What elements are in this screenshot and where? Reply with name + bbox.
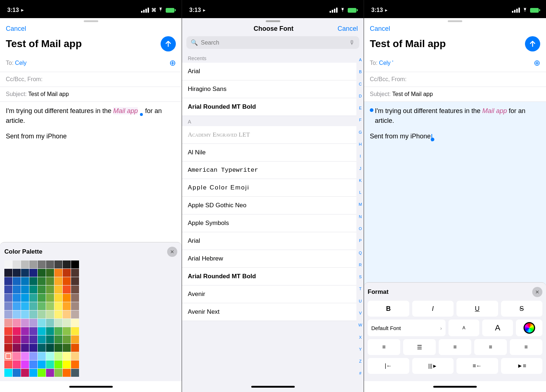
alpha-index-b[interactable]: B xyxy=(359,70,362,74)
font-item-apple-emoji[interactable]: Apple Color Emoji xyxy=(182,179,356,197)
alpha-index-h[interactable]: H xyxy=(359,142,362,147)
format-close-button[interactable]: ✕ xyxy=(532,287,542,297)
font-size-large-button[interactable]: A xyxy=(482,320,513,336)
color-cell-5-8[interactable] xyxy=(71,302,79,310)
color-cell-4-3[interactable] xyxy=(29,294,37,302)
alpha-index-f[interactable]: F xyxy=(359,118,362,122)
color-cell-0-2[interactable] xyxy=(21,260,29,268)
add-recipient-button-left[interactable]: ⊕ xyxy=(169,58,176,68)
color-cell-11-1[interactable] xyxy=(13,352,21,360)
color-cell-4-6[interactable] xyxy=(54,294,62,302)
bold-button[interactable]: B xyxy=(368,301,409,317)
font-item-arial[interactable]: Arial xyxy=(182,232,356,250)
color-cell-11-7[interactable] xyxy=(63,352,71,360)
color-cell-5-5[interactable] xyxy=(46,302,54,310)
align-center-button[interactable]: ≡ xyxy=(474,339,507,355)
color-cell-7-2[interactable] xyxy=(21,319,29,327)
color-cell-9-1[interactable] xyxy=(13,335,21,343)
color-cell-2-3[interactable] xyxy=(29,277,37,285)
color-cell-8-7[interactable] xyxy=(63,327,71,335)
color-cell-9-5[interactable] xyxy=(46,335,54,343)
font-item-academy[interactable]: Academy Engraved LET xyxy=(182,126,356,144)
color-cell-1-0[interactable] xyxy=(4,269,12,277)
color-cell-8-6[interactable] xyxy=(54,327,62,335)
color-cell-10-2[interactable] xyxy=(21,344,29,352)
strikethrough-button[interactable]: S xyxy=(501,301,543,317)
alpha-index-y[interactable]: Y xyxy=(359,347,362,352)
color-cell-0-3[interactable] xyxy=(29,260,37,268)
color-cell-12-2[interactable] xyxy=(21,360,29,368)
alpha-index-a[interactable]: A xyxy=(359,58,362,62)
color-cell-4-0[interactable] xyxy=(4,294,12,302)
color-cell-1-7[interactable] xyxy=(63,269,71,277)
color-cell-0-6[interactable] xyxy=(54,260,62,268)
color-cell-6-1[interactable] xyxy=(13,310,21,318)
color-cell-8-8[interactable] xyxy=(71,327,79,335)
color-cell-0-1[interactable] xyxy=(13,260,21,268)
font-item-arial-rounded[interactable]: Arial Rounded MT Bold xyxy=(182,268,356,285)
color-cell-13-3[interactable] xyxy=(29,369,37,377)
color-cell-10-6[interactable] xyxy=(54,344,62,352)
subject-value-left[interactable]: Test of Mail app xyxy=(28,91,69,97)
color-cell-6-3[interactable] xyxy=(29,310,37,318)
color-cell-9-8[interactable] xyxy=(71,335,79,343)
color-picker-button[interactable] xyxy=(516,320,542,336)
add-recipient-button-right[interactable]: ⊕ xyxy=(534,58,540,68)
color-cell-6-4[interactable] xyxy=(38,310,46,318)
color-cell-5-2[interactable] xyxy=(21,302,29,310)
color-cell-6-2[interactable] xyxy=(21,310,29,318)
subject-value-right[interactable]: Test of Mail app xyxy=(392,91,433,97)
color-cell-1-1[interactable] xyxy=(13,269,21,277)
color-cell-13-7[interactable] xyxy=(63,369,71,377)
color-cell-11-0[interactable] xyxy=(4,352,12,360)
alpha-index-k[interactable]: K xyxy=(359,178,362,183)
alpha-index-v[interactable]: V xyxy=(359,311,362,316)
default-font-button[interactable]: Default Font › xyxy=(368,320,446,336)
alpha-index-r[interactable]: R xyxy=(359,263,362,267)
send-button-right[interactable] xyxy=(525,36,540,51)
font-item-apple-symbols[interactable]: Apple Symbols xyxy=(182,214,356,232)
color-cell-9-2[interactable] xyxy=(21,335,29,343)
alpha-index-i[interactable]: I xyxy=(359,154,362,159)
color-cell-11-3[interactable] xyxy=(29,352,37,360)
indent-right-button[interactable]: ≡← xyxy=(456,358,498,374)
color-cell-7-8[interactable] xyxy=(71,319,79,327)
color-cell-12-5[interactable] xyxy=(46,360,54,368)
color-cell-3-0[interactable] xyxy=(4,285,12,293)
color-cell-4-2[interactable] xyxy=(21,294,29,302)
color-cell-7-3[interactable] xyxy=(29,319,37,327)
alpha-index-m[interactable]: M xyxy=(359,202,362,207)
color-cell-8-5[interactable] xyxy=(46,327,54,335)
color-cell-2-8[interactable] xyxy=(71,277,79,285)
send-button-left[interactable] xyxy=(161,36,176,51)
alpha-index-l[interactable]: L xyxy=(359,190,362,195)
color-cell-11-8[interactable] xyxy=(71,352,79,360)
alpha-index-p[interactable]: P xyxy=(359,238,362,243)
color-cell-13-0[interactable] xyxy=(4,369,12,377)
alpha-index-s[interactable]: S xyxy=(359,275,362,279)
color-cell-5-1[interactable] xyxy=(13,302,21,310)
italic-button[interactable]: I xyxy=(412,301,454,317)
alpha-index-e[interactable]: E xyxy=(359,106,362,110)
color-cell-9-3[interactable] xyxy=(29,335,37,343)
color-cell-1-5[interactable] xyxy=(46,269,54,277)
font-item-apple-gothic[interactable]: Apple SD Gothic Neo xyxy=(182,197,356,214)
alpha-index-#[interactable]: # xyxy=(359,371,362,376)
color-cell-4-7[interactable] xyxy=(63,294,71,302)
color-cell-6-0[interactable] xyxy=(4,310,12,318)
cancel-button-left[interactable]: Cancel xyxy=(6,25,26,33)
color-cell-3-8[interactable] xyxy=(71,285,79,293)
color-cell-3-1[interactable] xyxy=(13,285,21,293)
palette-close-button[interactable]: ✕ xyxy=(167,247,177,257)
color-cell-2-6[interactable] xyxy=(54,277,62,285)
color-cell-4-8[interactable] xyxy=(71,294,79,302)
underline-button[interactable]: U xyxy=(456,301,498,317)
color-cell-6-7[interactable] xyxy=(63,310,71,318)
color-cell-2-5[interactable] xyxy=(46,277,54,285)
color-cell-4-4[interactable] xyxy=(38,294,46,302)
color-cell-1-8[interactable] xyxy=(71,269,79,277)
color-cell-11-5[interactable] xyxy=(46,352,54,360)
font-size-small-button[interactable]: A xyxy=(448,320,479,336)
color-cell-9-4[interactable] xyxy=(38,335,46,343)
color-cell-8-0[interactable] xyxy=(4,327,12,335)
